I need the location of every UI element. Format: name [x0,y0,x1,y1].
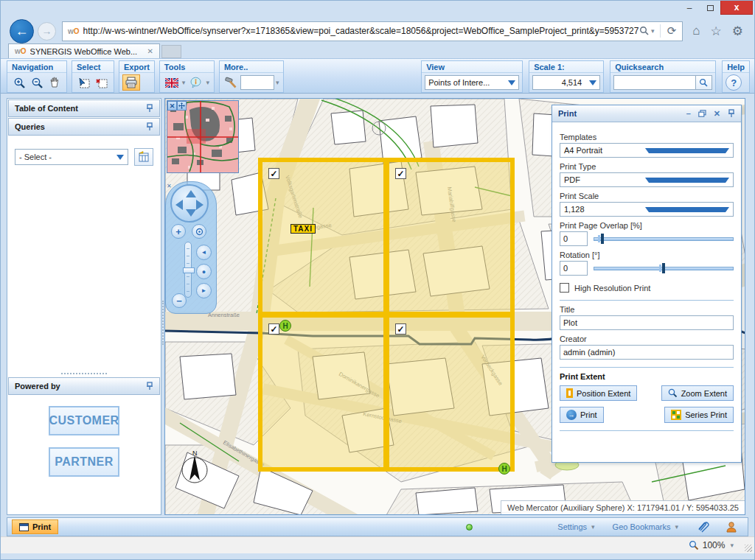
pan-left-icon[interactable] [175,200,183,210]
print-extent-grid[interactable]: ✓ ✓ ✓ ✓ [258,158,515,472]
query-form-button[interactable] [134,148,153,166]
panel-close-icon[interactable]: ✕ [714,109,720,119]
user-avatar-icon[interactable] [726,521,737,533]
print-export-button[interactable] [122,74,140,91]
series-print-button[interactable]: Series Print [664,407,734,423]
pin-icon[interactable] [728,109,735,118]
settings-menu[interactable]: Settings ▾ [557,522,596,531]
zoom-in-button[interactable] [10,74,28,91]
previous-extent-button[interactable]: ◄ [196,245,212,260]
address-field[interactable]: wO http://w-ws-wintner/WebOffice/synserv… [62,21,683,41]
default-extent-button[interactable]: ● [196,264,212,279]
zoom-caret[interactable]: ▾ [728,542,735,549]
window-close-button[interactable]: x [720,1,753,15]
panel-header-toc[interactable]: Table of Content [8,99,160,117]
partner-logo-button[interactable]: PARTNER [49,447,119,477]
panel-header-powered[interactable]: Powered by [8,377,160,395]
query-select-dropdown[interactable]: - Select - [15,149,128,165]
zoom-slider[interactable] [184,242,192,298]
home-icon[interactable]: ⌂ [687,24,705,38]
print-button[interactable]: → Print [560,407,604,423]
panel-resize-grip[interactable] [7,371,161,377]
refresh-icon[interactable]: ⟳ [664,24,680,38]
panel-minimize-icon[interactable]: – [686,109,691,118]
zoom-slider-handle[interactable] [183,267,195,273]
map-navigation-widget[interactable]: ✕ + ◄ ● ► − [165,181,217,314]
title-input[interactable] [560,315,734,330]
browser-back-button[interactable]: ← [10,19,34,43]
clear-selection-button[interactable] [93,74,111,91]
rotation-slider[interactable] [594,263,734,273]
print-type-dropdown[interactable]: PDF [560,172,734,187]
pan-up-icon[interactable] [186,190,196,197]
overview-close-icon[interactable]: ✕ [167,101,177,111]
tab-close-icon[interactable]: ✕ [145,47,156,55]
info-tool-button[interactable] [187,74,204,91]
pan-control[interactable] [170,184,209,223]
browser-forward-button[interactable]: → [38,22,56,41]
search-options-caret[interactable]: ▾ [650,27,656,35]
quicksearch-input[interactable] [613,75,696,90]
more-tools-caret[interactable]: ▾ [274,79,281,86]
zoom-out-widget-button[interactable]: − [172,293,187,308]
creator-input[interactable] [560,345,734,360]
zoom-extent-button[interactable]: Zoom Extent [661,385,734,401]
map-viewport[interactable]: Orpheumgasse Annenstraße Mariahilfgasse … [164,98,745,515]
browser-zoom-control[interactable]: 100% ▾ [689,540,735,550]
high-res-checkbox[interactable] [560,283,569,293]
pin-icon[interactable] [146,104,153,113]
overview-map[interactable]: ✕ [167,100,239,173]
print-scale-dropdown[interactable]: 1,128 [560,202,734,217]
view-dropdown[interactable]: Points of Intere... [425,75,519,90]
resize-grip[interactable] [745,545,752,552]
language-button[interactable] [163,74,181,91]
language-caret[interactable]: ▾ [181,79,187,86]
print-panel-header[interactable]: Print – ✕ [552,105,741,122]
select-features-button[interactable] [75,74,93,91]
overview-move-icon[interactable] [177,101,187,111]
overlap-slider-handle[interactable] [601,234,604,244]
pin-icon[interactable] [146,382,153,391]
new-tab-stub[interactable] [161,45,181,58]
geo-bookmarks-menu[interactable]: Geo Bookmarks ▾ [613,522,680,531]
zoom-in-widget-button[interactable]: + [171,224,186,239]
tools-hammer-button[interactable] [223,74,240,91]
overlap-input[interactable] [560,231,588,246]
nav-close-icon[interactable]: ✕ [167,183,172,189]
transit-stop-icon: H [279,320,291,332]
quicksearch-button[interactable] [696,75,712,90]
page-checkbox-2[interactable]: ✓ [395,168,406,179]
pin-icon[interactable] [146,122,153,131]
next-extent-button[interactable]: ► [196,283,212,298]
info-tool-caret[interactable]: ▾ [204,79,211,86]
rotation-slider-handle[interactable] [662,263,665,273]
window-maximize-button[interactable] [700,1,720,15]
panel-restore-icon[interactable] [698,110,706,117]
tab-favicon: wO [15,47,27,55]
settings-gear-icon[interactable]: ⚙ [727,24,748,39]
scale-dropdown[interactable]: 4,514 [532,75,600,90]
rotation-input[interactable] [560,261,588,276]
favorites-star-icon[interactable]: ☆ [706,24,727,39]
full-extent-button[interactable] [192,224,206,239]
pan-right-icon[interactable] [196,200,203,210]
paperclip-icon[interactable] [696,521,709,533]
page-checkbox-4[interactable]: ✓ [395,323,406,335]
page-checkbox-1[interactable]: ✓ [268,168,279,179]
help-button[interactable]: ? [726,74,742,91]
customer-logo-button[interactable]: CUSTOMER [49,406,119,435]
overlap-slider[interactable] [594,234,734,244]
page-checkbox-3[interactable]: ✓ [268,323,279,335]
position-extent-button[interactable]: Position Extent [560,385,637,401]
window-minimize-button[interactable]: – [679,1,700,15]
print-window-tab[interactable]: Print [12,519,58,534]
search-icon[interactable] [639,26,650,36]
panel-header-queries[interactable]: Queries [8,118,160,136]
more-tools-select[interactable] [240,75,274,90]
url-text[interactable]: http://w-ws-wintner/WebOffice/synserver?… [83,26,640,36]
templates-dropdown[interactable]: A4 Portrait [560,143,734,158]
pan-down-icon[interactable] [186,209,196,217]
zoom-out-button[interactable] [28,74,46,91]
browser-tab[interactable]: wO SYNERGIS WebOffice Web... ✕ [8,43,160,58]
pan-button[interactable] [46,74,63,91]
